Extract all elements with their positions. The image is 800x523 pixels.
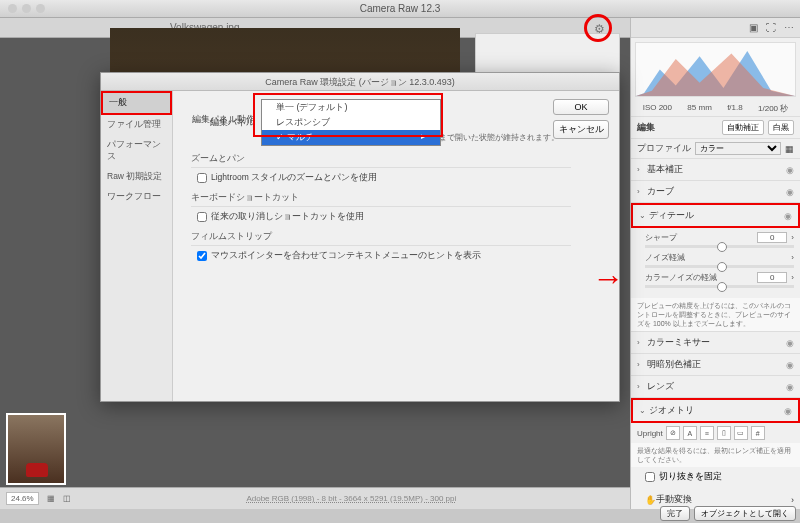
cancel-button[interactable]: キャンセル (553, 120, 609, 139)
app-title: Camera Raw 12.3 (360, 3, 441, 14)
section-mixer[interactable]: カラーミキサー (647, 336, 786, 349)
detail-note: プレビューの精度を上げるには、このパネルのコントロールを調整するときに、プレビュ… (631, 298, 800, 331)
dialog-title: Camera Raw 環境設定 (バージョン 12.3.0.493) (101, 73, 619, 91)
shutter-value: 1/200 秒 (758, 103, 788, 114)
chevron-right-icon[interactable]: › (637, 165, 647, 174)
sharp-slider[interactable] (645, 245, 794, 248)
group-shortcut: キーボードショートカット (191, 192, 571, 207)
hover-hint-checkbox[interactable] (197, 251, 207, 261)
preferences-dialog: Camera Raw 環境設定 (バージョン 12.3.0.493) 一般 ファ… (100, 72, 620, 402)
section-basic[interactable]: 基本補正 (647, 163, 786, 176)
chevron-right-icon[interactable]: › (637, 360, 647, 369)
sidebar-general[interactable]: 一般 (101, 91, 172, 115)
chevron-down-icon[interactable]: ⌄ (639, 406, 649, 415)
eye-icon[interactable]: ◉ (786, 187, 794, 197)
chevron-icon[interactable]: › (791, 495, 794, 505)
eye-icon[interactable]: ◉ (786, 382, 794, 392)
panel-behavior-label: 編集パネル動作 (183, 114, 255, 126)
grid-view-icon[interactable]: ▦ (47, 494, 55, 503)
upright-vert[interactable]: ▯ (717, 426, 731, 440)
upright-auto[interactable]: A (683, 426, 697, 440)
group-filmstrip: フィルムストリップ (191, 231, 571, 246)
legacy-undo-checkbox[interactable] (197, 212, 207, 222)
bw-button[interactable]: 白黒 (768, 120, 794, 135)
dialog-sidebar: 一般 ファイル管理 パフォーマンス Raw 初期設定 ワークフロー (101, 91, 173, 401)
aperture-value: f/1.8 (727, 103, 743, 114)
lightroom-zoom-checkbox[interactable] (197, 173, 207, 183)
sidebar-raw[interactable]: Raw 初期設定 (101, 167, 172, 187)
upright-label: Upright (637, 429, 663, 438)
eye-icon[interactable]: ◉ (784, 406, 792, 416)
legacy-undo-label: 従来の取り消しショートカットを使用 (211, 211, 364, 223)
focal-value: 85 mm (687, 103, 711, 114)
lock-crop-checkbox[interactable] (645, 472, 655, 482)
chevron-right-icon[interactable]: › (637, 338, 647, 347)
hover-hint-label: マウスポインターを合わせてコンテキストメニューのヒントを表示 (211, 250, 481, 262)
chevron-icon[interactable]: › (791, 253, 794, 262)
nr-slider[interactable] (645, 265, 794, 268)
cnr-value[interactable]: 0 (757, 272, 787, 283)
chevron-right-icon[interactable]: › (637, 187, 647, 196)
iso-value: ISO 200 (643, 103, 672, 114)
chevron-right-icon[interactable]: › (637, 382, 647, 391)
upright-full[interactable]: ▭ (734, 426, 748, 440)
auto-button[interactable]: 自動補正 (722, 120, 764, 135)
eye-icon[interactable]: ◉ (784, 211, 792, 221)
cnr-slider[interactable] (645, 285, 794, 288)
ok-button[interactable]: OK (553, 99, 609, 115)
sidebar-perf[interactable]: パフォーマンス (101, 135, 172, 167)
expand-icon[interactable]: ⛶ (766, 22, 776, 33)
annotation-box (253, 93, 443, 137)
upright-level[interactable]: ≡ (700, 426, 714, 440)
sharp-value[interactable]: 0 (757, 232, 787, 243)
section-lens[interactable]: レンズ (647, 380, 786, 393)
group-zoom: ズームとパン (191, 153, 571, 168)
lock-crop-label: 切り抜きを固定 (659, 471, 722, 483)
chevron-icon[interactable]: › (791, 273, 794, 282)
hand-icon[interactable]: ✋ (645, 495, 656, 505)
compare-icon[interactable]: ◫ (63, 494, 71, 503)
annotation-arrow: → (592, 260, 624, 297)
section-detail[interactable]: ディテール (649, 209, 784, 222)
section-curve[interactable]: カーブ (647, 185, 786, 198)
profile-select[interactable]: カラー (695, 142, 781, 155)
nr-label: ノイズ軽減 (645, 252, 787, 263)
open-object-button[interactable]: オブジェクトとして開く (694, 506, 796, 521)
section-geometry[interactable]: ジオメトリ (649, 404, 784, 417)
zoom-select[interactable]: 24.6% (6, 492, 39, 505)
grid-icon[interactable]: ▦ (785, 144, 794, 154)
section-cal[interactable]: 明暗別色補正 (647, 358, 786, 371)
filmstrip-thumbnail[interactable] (6, 413, 66, 485)
done-button[interactable]: 完了 (660, 506, 690, 521)
sharp-label: シャープ (645, 232, 753, 243)
profile-label: プロファイル (637, 142, 691, 155)
more-icon[interactable]: ⋯ (784, 22, 794, 33)
chevron-down-icon[interactable]: ⌄ (639, 211, 649, 220)
sidebar-workflow[interactable]: ワークフロー (101, 187, 172, 207)
crop-icon[interactable]: ▣ (749, 22, 758, 33)
file-info[interactable]: Adobe RGB (1998) - 8 bit - 3664 x 5291 (… (79, 494, 624, 503)
upright-off[interactable]: ⊘ (666, 426, 680, 440)
geom-note: 最適な結果を得るには、最初にレンズ補正を適用してください。 (631, 443, 800, 467)
edit-label: 編集 (637, 121, 655, 134)
histogram (635, 42, 796, 97)
eye-icon[interactable]: ◉ (786, 338, 794, 348)
eye-icon[interactable]: ◉ (786, 165, 794, 175)
annotation-circle (584, 14, 612, 42)
chevron-icon[interactable]: › (791, 233, 794, 242)
cnr-label: カラーノイズの軽減 (645, 272, 753, 283)
manual-label[interactable]: 手動変換 (656, 493, 791, 506)
lightroom-zoom-label: Lightroom スタイルのズームとパンを使用 (211, 172, 377, 184)
eye-icon[interactable]: ◉ (786, 360, 794, 370)
sidebar-file[interactable]: ファイル管理 (101, 115, 172, 135)
upright-guided[interactable]: # (751, 426, 765, 440)
right-panel: ▣ ⛶ ⋯ ISO 200 85 mm f/1.8 1/200 秒 編集 自動補… (630, 18, 800, 523)
